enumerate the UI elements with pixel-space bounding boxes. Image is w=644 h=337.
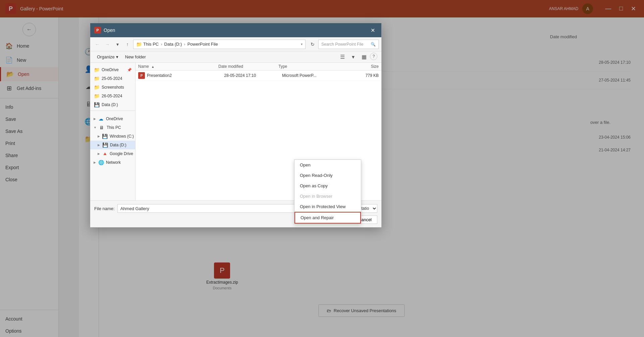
nav-google-drive[interactable]: ▶ 🔺 Google Drive [90,149,135,158]
address-sep-1: › [161,42,162,47]
nav-item-label: Windows (C:) [110,134,134,139]
file-size: 779 KB [340,73,379,78]
folder-yellow-icon: 📁 [94,67,100,73]
address-folder-icon: 📁 [136,42,142,47]
open-dialog: P Open ✕ ← → ▾ ↑ 📁 This PC › Data (D:) ›… [90,23,382,228]
dialog-title: Open [104,28,115,33]
refresh-button[interactable]: ↻ [308,40,317,49]
nav-divider [90,110,135,113]
open-dropdown-menu: Open Open Read-Only Open as Copy Open in… [294,159,361,224]
col-name-header[interactable]: Name ▲ [138,64,218,69]
dialog-titlebar: P Open ✕ [90,23,381,37]
expand-onedrive-icon: ▶ [94,117,96,121]
address-sep-2: › [184,42,185,47]
col-date-header[interactable]: Date modified [218,64,278,69]
windows-c-icon: 💾 [102,134,108,139]
new-folder-button[interactable]: New folder [122,53,149,60]
file-name: Presentation2 [147,73,224,78]
dropdown-open-in-protected[interactable]: Open in Protected View [294,201,361,212]
col-name-label: Name [138,64,149,69]
nav-item-label: Google Drive [110,151,133,156]
nav-up-button[interactable]: ↑ [123,40,132,49]
nav-onedrive-fav[interactable]: 📁 OneDrive 📌 [90,65,135,74]
nav-onedrive[interactable]: ▶ ☁ OneDrive [90,114,135,123]
nav-this-pc[interactable]: ▼ 🖥 This PC [90,123,135,132]
nav-item-label: Network [106,160,121,165]
folder-26-icon: 📁 [94,93,100,99]
address-part-1: This PC [143,42,159,47]
screenshots-icon: 📁 [94,85,100,90]
nav-forward-button[interactable]: → [103,40,112,49]
nav-windows-c[interactable]: ▶ 💾 Windows (C:) [90,132,135,141]
view-toggle-button[interactable]: ☰ [338,53,347,61]
drive-icon: 💾 [94,102,100,107]
sort-arrow-icon: ▲ [151,65,154,68]
col-size-header[interactable]: Size [339,64,379,69]
view-dropdown-button[interactable]: ▾ [348,53,358,61]
nav-item-label: 26-05-2024 [102,94,122,98]
col-date-label: Date modified [218,64,243,69]
nav-item-label: This PC [107,125,121,130]
col-type-header[interactable]: Type [278,64,338,69]
filelist-header: Name ▲ Date modified Type Size [136,63,381,70]
help-button[interactable]: ? [370,53,377,60]
filename-input[interactable] [117,204,314,213]
pp-file-icon: P [138,72,145,79]
nav-item-label: OneDrive [102,67,119,72]
organize-button[interactable]: Organize ▾ [94,53,121,60]
dialog-close-button[interactable]: ✕ [368,26,377,35]
col-type-label: Type [278,64,287,69]
file-row-presentation2[interactable]: P Presentation2 28-05-2024 17:10 Microso… [136,70,381,81]
nav-data-d-fav[interactable]: 💾 Data (D:) [90,100,135,109]
pin-icon: 📌 [127,68,132,72]
nav-back-button[interactable]: ← [93,40,102,49]
organize-arrow-icon: ▾ [116,54,118,59]
pane-toggle-button[interactable]: ▦ [359,53,369,61]
address-part-2: Data (D:) [164,42,182,47]
expand-gdrive-icon: ▶ [98,152,100,155]
dropdown-open-readonly[interactable]: Open Read-Only [294,170,361,181]
dropdown-open-and-repair[interactable]: Open and Repair [294,212,361,224]
nav-item-label: Data (D:) [110,143,126,147]
nav-item-label: Screenshots [102,85,124,90]
nav-folder-25[interactable]: 📁 25-05-2024 [90,74,135,83]
col-size-label: Size [371,64,379,69]
address-dropdown-arrow[interactable]: ▾ [301,42,303,46]
expand-data-icon: ▶ [98,143,100,147]
file-type: Microsoft PowerP... [282,73,340,78]
nav-item-label: Data (D:) [102,102,118,107]
filename-label: File name: [94,206,115,211]
nav-screenshots[interactable]: 📁 Screenshots [90,83,135,92]
toolbar-right: ☰ ▾ ▦ ? [338,53,377,61]
dropdown-open-as-copy[interactable]: Open as Copy [294,181,361,191]
nav-data-d[interactable]: ▶ 💾 Data (D:) [90,141,135,149]
search-icon: 🔍 [371,42,376,47]
dialog-bottom: File name: All PowerPoint Presentations … [90,200,381,227]
file-date: 28-05-2024 17:10 [224,73,282,78]
nav-network[interactable]: ▶ 🌐 Network [90,158,135,167]
google-drive-icon: 🔺 [102,151,108,156]
search-box[interactable]: Search PowerPoint File 🔍 [318,40,379,49]
network-icon: 🌐 [98,160,104,165]
this-pc-icon: 🖥 [99,125,105,130]
nav-item-label: 25-05-2024 [102,76,122,81]
nav-item-label: OneDrive [106,116,123,121]
nav-folder-26[interactable]: 📁 26-05-2024 [90,92,135,100]
address-part-3: PowerPoint File [187,42,218,47]
organize-label: Organize [97,54,115,59]
search-placeholder-text: Search PowerPoint File [321,42,363,47]
expand-pc-icon: ▼ [94,126,97,129]
dropdown-open-in-browser: Open in Browser [294,191,361,201]
dialog-nav-panel: 📁 OneDrive 📌 📁 25-05-2024 📁 Screenshots … [90,63,136,200]
dialog-logo: P [94,27,101,34]
data-d-icon: 💾 [102,142,108,148]
nav-dropdown-button[interactable]: ▾ [113,40,122,49]
onedrive-icon: ☁ [98,116,104,122]
folder-25-icon: 📁 [94,76,100,81]
expand-network-icon: ▶ [94,161,96,164]
dropdown-open[interactable]: Open [294,160,361,170]
expand-windows-icon: ▶ [98,135,100,138]
dialog-addressbar: ← → ▾ ↑ 📁 This PC › Data (D:) › PowerPoi… [90,37,381,51]
address-box[interactable]: 📁 This PC › Data (D:) › PowerPoint File … [133,40,306,49]
dialog-toolbar: Organize ▾ New folder ☰ ▾ ▦ ? [90,51,381,63]
